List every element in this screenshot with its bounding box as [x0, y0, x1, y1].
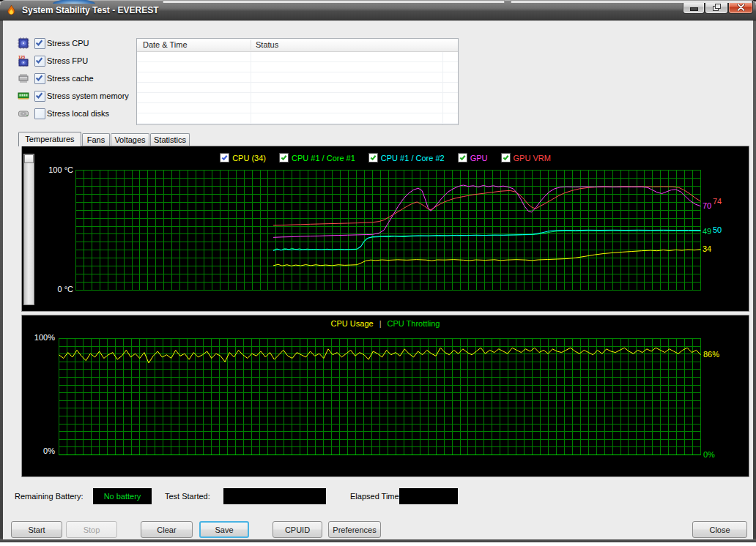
column-divider[interactable] — [251, 40, 251, 50]
tab-statistics[interactable]: Statistics — [150, 133, 190, 146]
legend-item[interactable]: GPU — [458, 153, 488, 162]
table-column-line — [251, 52, 251, 124]
close-button[interactable]: Close — [692, 521, 747, 538]
chart-end-value-label: 50 — [713, 225, 722, 234]
stress-memory-label: Stress system memory — [47, 91, 129, 100]
tab-voltages[interactable]: Voltages — [111, 133, 149, 146]
legend-checkbox[interactable] — [368, 153, 378, 162]
tab-temperatures[interactable]: Temperatures — [18, 132, 81, 146]
chart-end-value-label: 34 — [703, 244, 711, 253]
stress-row-cache[interactable]: Stress cache — [18, 72, 142, 84]
chart-end-value-label: 70 — [703, 201, 711, 210]
background-window-icon — [53, 0, 95, 4]
usage-chart-canvas — [59, 338, 701, 455]
usage-title-cpu-usage[interactable]: CPU Usage — [331, 319, 374, 328]
stress-row-disks[interactable]: Stress local disks — [18, 108, 142, 119]
legend-checkbox[interactable] — [279, 153, 289, 162]
stress-row-cpu[interactable]: Stress CPU — [18, 37, 142, 49]
stress-row-memory[interactable]: Stress system memory — [18, 90, 142, 102]
test-started-label: Test Started: — [165, 492, 210, 501]
events-table-header: Date & Time Status — [137, 39, 458, 52]
stress-memory-checkbox[interactable] — [34, 91, 45, 102]
temperature-chart-canvas — [75, 170, 701, 291]
usage-axis-min-label: 0% — [21, 446, 55, 455]
usage-title-separator: | — [379, 319, 382, 328]
titlebar[interactable]: System Stability Test - EVEREST — [0, 0, 756, 20]
stress-disks-checkbox[interactable] — [34, 108, 45, 119]
legend-checkbox[interactable] — [501, 153, 511, 162]
temp-axis-max-label: 100 °C — [21, 165, 73, 174]
fpu-icon: 123 — [18, 55, 29, 67]
legend-checkbox[interactable] — [220, 153, 229, 162]
battery-value-box: No battery — [93, 488, 152, 504]
background-statusbar-panel — [163, 0, 505, 3]
cache-icon — [18, 72, 29, 84]
usage-chart-title: CPU Usage|CPU Throttling — [21, 319, 749, 328]
chart-end-value-label: 86% — [703, 350, 719, 359]
legend-item[interactable]: CPU #1 / Core #2 — [368, 153, 445, 162]
chart-end-value-label: 74 — [713, 197, 722, 206]
minimize-icon — [690, 7, 698, 11]
legend-label: CPU #1 / Core #2 — [381, 154, 445, 162]
tab-fans[interactable]: Fans — [82, 133, 110, 146]
stop-button[interactable]: Stop — [66, 521, 117, 538]
battery-label: Remaining Battery: — [15, 492, 84, 501]
preferences-button[interactable]: Preferences — [328, 521, 381, 538]
legend-label: GPU VRM — [514, 154, 551, 162]
clear-button[interactable]: Clear — [141, 521, 193, 538]
temp-axis-min-label: 0 °C — [21, 285, 73, 293]
stress-cache-label: Stress cache — [47, 74, 94, 83]
save-button[interactable]: Save — [199, 521, 249, 538]
stress-cache-checkbox[interactable] — [34, 73, 45, 84]
restore-icon — [713, 4, 721, 11]
test-started-value-box — [223, 488, 326, 504]
column-header-datetime[interactable]: Date & Time — [143, 40, 188, 49]
events-table-body — [137, 52, 458, 124]
stress-fpu-checkbox[interactable] — [34, 56, 45, 67]
legend-item[interactable]: CPU (34) — [220, 153, 266, 162]
stress-disks-label: Stress local disks — [47, 109, 109, 118]
usage-title-cpu-throttling[interactable]: CPU Throttling — [388, 319, 440, 328]
usage-axis-max-label: 100% — [21, 333, 55, 342]
close-icon — [737, 4, 745, 11]
elapsed-time-label: Elapsed Time: — [350, 492, 401, 501]
elapsed-time-value-box — [399, 488, 458, 504]
chart-end-value-label: 49 — [703, 227, 711, 236]
stress-row-fpu[interactable]: 123 Stress FPU — [18, 55, 142, 67]
stress-fpu-label: Stress FPU — [47, 56, 88, 65]
column-header-status[interactable]: Status — [256, 40, 278, 49]
events-table: Date & Time Status — [136, 38, 459, 125]
disk-icon — [18, 108, 29, 119]
legend-label: GPU — [470, 154, 488, 162]
stress-cpu-checkbox[interactable] — [34, 38, 45, 49]
svg-text:123: 123 — [18, 55, 25, 59]
legend-label: CPU (34) — [232, 154, 266, 162]
battery-value: No battery — [104, 492, 141, 501]
cpu-icon — [18, 37, 29, 49]
background-statusbar-panel — [511, 0, 752, 3]
window-frame-right — [753, 20, 756, 542]
screen: { "window": { "title": "System Stability… — [0, 0, 756, 546]
stress-cpu-label: Stress CPU — [47, 39, 89, 48]
chart-scrollbar[interactable] — [23, 154, 34, 305]
legend-checkbox[interactable] — [458, 153, 467, 162]
cpuid-button[interactable]: CPUID — [273, 521, 322, 538]
legend-label: CPU #1 / Core #1 — [292, 154, 355, 162]
legend-item[interactable]: CPU #1 / Core #1 — [279, 153, 355, 162]
temperature-legend: CPU (34)CPU #1 / Core #1CPU #1 / Core #2… — [21, 153, 749, 162]
start-button[interactable]: Start — [11, 521, 62, 538]
legend-item[interactable]: GPU VRM — [501, 153, 551, 162]
table-column-line — [442, 52, 443, 124]
app-flame-icon — [5, 4, 18, 17]
memory-icon — [18, 90, 29, 102]
chart-end-value-label: 0% — [703, 450, 715, 459]
